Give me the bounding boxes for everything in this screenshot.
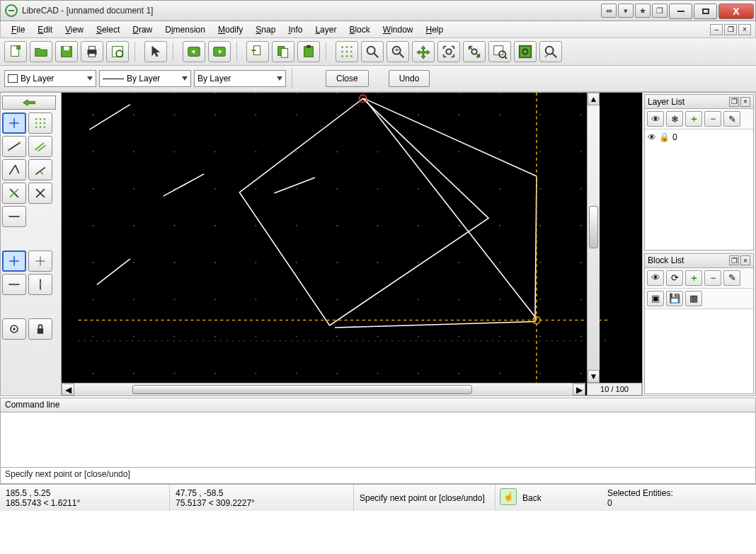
block-save-button[interactable]: 💾 bbox=[666, 291, 683, 306]
linetype-combo[interactable]: By Layer bbox=[194, 70, 286, 87]
line-rectangle-button[interactable] bbox=[2, 159, 26, 180]
add-block-button[interactable]: ＋ bbox=[685, 270, 702, 286]
scroll-up-icon[interactable]: ▲ bbox=[588, 93, 600, 105]
copy-button[interactable] bbox=[272, 41, 294, 62]
scroll-left-icon[interactable]: ◀ bbox=[62, 383, 74, 396]
svg-point-78 bbox=[214, 93, 216, 93]
color-combo[interactable]: By Layer bbox=[4, 70, 96, 87]
sys-windows-icon[interactable]: ❐ bbox=[652, 4, 668, 18]
block-visibility-icon[interactable]: 👁 bbox=[647, 270, 664, 286]
undo-button[interactable] bbox=[183, 41, 205, 62]
sys-pin-icon[interactable]: ⇹ bbox=[601, 4, 617, 18]
minimize-button[interactable] bbox=[669, 4, 692, 19]
width-combo[interactable]: By Layer bbox=[99, 70, 191, 87]
line-bisector-button[interactable] bbox=[28, 159, 52, 180]
mdi-close-button[interactable]: × bbox=[738, 24, 751, 35]
save-file-button[interactable] bbox=[55, 41, 78, 62]
scroll-down-icon[interactable]: ▼ bbox=[588, 370, 600, 383]
restrict-vertical-button[interactable] bbox=[28, 274, 52, 295]
horizontal-scrollbar[interactable]: ◀ ▶ bbox=[62, 383, 585, 396]
menu-window[interactable]: Window bbox=[377, 23, 420, 37]
zoom-in-button[interactable]: + bbox=[386, 41, 409, 62]
remove-layer-button[interactable]: － bbox=[704, 111, 721, 127]
panel-undock-icon[interactable]: ❐ bbox=[729, 97, 739, 107]
line-angle-button[interactable] bbox=[28, 112, 52, 134]
menu-snap[interactable]: Snap bbox=[249, 23, 282, 37]
open-file-button[interactable] bbox=[30, 41, 52, 62]
restrict-ortho-button[interactable] bbox=[28, 250, 52, 272]
line-vertical-button[interactable] bbox=[28, 136, 52, 157]
set-relative-zero-button[interactable] bbox=[2, 318, 26, 340]
close-window-button[interactable]: X bbox=[718, 4, 754, 19]
mdi-minimize-button[interactable]: – bbox=[710, 24, 723, 35]
block-explode-button[interactable]: ▦ bbox=[685, 291, 702, 306]
zoom-redraw-button[interactable] bbox=[361, 41, 384, 62]
edit-block-button[interactable]: ✎ bbox=[723, 270, 740, 286]
block-insert-button[interactable]: ▣ bbox=[647, 291, 664, 306]
layer-row[interactable]: 👁 🔒 0 bbox=[648, 132, 750, 142]
grid-button[interactable] bbox=[336, 41, 358, 62]
zoom-previous-button[interactable] bbox=[463, 41, 486, 62]
color-combo-label: By Layer bbox=[21, 74, 54, 83]
drawing-canvas[interactable]: ▲ ▼ ◀ ▶ 10 / 100 bbox=[62, 93, 642, 396]
menu-file[interactable]: File bbox=[5, 23, 31, 37]
vertical-scrollbar[interactable]: ▲ ▼ bbox=[587, 93, 600, 383]
panel-undock-icon[interactable]: ❐ bbox=[729, 255, 739, 265]
line-freehand-button[interactable] bbox=[2, 206, 26, 227]
panel-close-icon[interactable]: × bbox=[740, 255, 750, 265]
toolbox-back-button[interactable] bbox=[2, 96, 56, 110]
svg-point-75 bbox=[93, 93, 94, 93]
line-tangent-button[interactable] bbox=[28, 183, 52, 204]
menu-dimension[interactable]: Dimension bbox=[159, 23, 212, 37]
mdi-restore-button[interactable]: ❐ bbox=[724, 24, 737, 35]
zoom-pan-button[interactable] bbox=[514, 41, 537, 62]
menu-help[interactable]: Help bbox=[419, 23, 449, 37]
sys-tray-icon[interactable]: ▾ bbox=[618, 4, 634, 18]
mouse-action-icon[interactable]: ☝ bbox=[500, 488, 517, 505]
close-polyline-button[interactable]: Close bbox=[326, 70, 369, 87]
zoom-window-button[interactable] bbox=[488, 41, 511, 62]
horizontal-scroll-thumb[interactable] bbox=[132, 385, 472, 394]
add-layer-button[interactable]: ＋ bbox=[685, 111, 702, 127]
layer-visibility-icon[interactable]: 👁 bbox=[647, 111, 664, 127]
zoom-out-button[interactable] bbox=[412, 41, 435, 62]
eye-icon: 👁 bbox=[648, 132, 656, 142]
new-file-button[interactable] bbox=[4, 41, 27, 62]
svg-rect-3 bbox=[64, 47, 69, 51]
vertical-scroll-thumb[interactable] bbox=[589, 206, 598, 248]
line-horizontal-button[interactable] bbox=[2, 136, 26, 157]
restrict-horizontal-button[interactable] bbox=[2, 274, 26, 295]
maximize-button[interactable] bbox=[694, 4, 717, 19]
command-input[interactable]: Specify next point or [close/undo] bbox=[1, 468, 755, 483]
edit-layer-button[interactable]: ✎ bbox=[723, 111, 740, 127]
scroll-right-icon[interactable]: ▶ bbox=[573, 383, 585, 396]
redo-button[interactable] bbox=[208, 41, 231, 62]
paste-button[interactable] bbox=[297, 41, 320, 62]
lock-relative-zero-button[interactable] bbox=[28, 318, 52, 340]
menu-layer[interactable]: Layer bbox=[309, 23, 343, 37]
menu-select[interactable]: Select bbox=[90, 23, 126, 37]
restrict-nothing-button[interactable] bbox=[2, 250, 26, 272]
menu-info[interactable]: Info bbox=[282, 23, 309, 37]
cut-button[interactable] bbox=[246, 41, 269, 62]
pointer-button[interactable] bbox=[144, 41, 167, 62]
menu-draw[interactable]: Draw bbox=[126, 23, 159, 37]
undo-segment-button[interactable]: Undo bbox=[389, 70, 430, 87]
block-refresh-icon[interactable]: ⟳ bbox=[666, 270, 683, 286]
menu-edit[interactable]: Edit bbox=[31, 23, 59, 37]
properties-toolbar: By Layer By Layer By Layer Close Undo bbox=[0, 66, 756, 92]
menu-view[interactable]: View bbox=[59, 23, 90, 37]
print-preview-button[interactable] bbox=[106, 41, 129, 62]
zoom-auto-button[interactable] bbox=[437, 41, 460, 62]
panel-close-icon[interactable]: × bbox=[740, 97, 750, 107]
remove-block-button[interactable]: － bbox=[704, 270, 721, 286]
menu-block[interactable]: Block bbox=[343, 23, 376, 37]
zoom-extra-button[interactable] bbox=[539, 41, 562, 62]
layer-freeze-icon[interactable]: ❄ bbox=[666, 111, 683, 127]
line-parallel-button[interactable] bbox=[2, 183, 26, 204]
print-button[interactable] bbox=[81, 41, 103, 62]
line-2points-button[interactable] bbox=[2, 112, 26, 134]
sys-star-icon[interactable]: ★ bbox=[635, 4, 651, 18]
menu-modify[interactable]: Modify bbox=[212, 23, 249, 37]
menubar: File Edit View Select Draw Dimension Mod… bbox=[0, 21, 756, 38]
